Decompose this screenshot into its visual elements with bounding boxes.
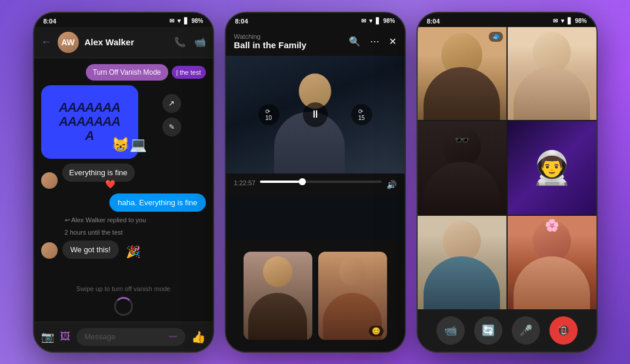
video-toggle-button[interactable]: 📹 — [436, 316, 465, 345]
share-sticker-button[interactable]: ↗ — [162, 94, 181, 113]
mic-ctrl-icon: 🎤 — [519, 324, 532, 337]
vanish-off-button[interactable]: Turn Off Vanish Mode — [86, 64, 168, 81]
status-icons-1: ✉ ▼ ▋ 98% — [169, 18, 204, 24]
contact-name: Alex Walker — [85, 37, 168, 47]
flower-decoration: 🌸 — [545, 218, 559, 232]
participant-face-3: 🕶️ — [418, 121, 506, 215]
grid-cell-3: 🕶️ — [418, 121, 506, 215]
end-call-icon: 📵 — [557, 324, 570, 337]
received-message-2: We got this! 🎉 — [41, 241, 206, 259]
hat-badge: 🧢 — [489, 32, 503, 42]
participant-face-6: 🌸 — [508, 216, 596, 309]
like-button[interactable]: 👍 — [191, 330, 206, 344]
thumb-man — [244, 252, 312, 340]
camera-input-icon[interactable]: 📷 — [41, 330, 54, 343]
search-icon[interactable]: 🔍 — [349, 36, 361, 47]
body-1 — [424, 67, 500, 120]
grid-cell-4: 👨‍🚀 — [508, 121, 596, 215]
time-hint: 2 hours until the test — [65, 229, 206, 236]
astronaut-avatar: 👨‍🚀 — [532, 149, 572, 187]
face-5 — [443, 221, 481, 262]
message-placeholder: Message — [85, 332, 116, 341]
vanish-mode-message: Turn Off Vanish Mode | the test — [41, 64, 206, 81]
flip-camera-button[interactable]: 🔄 — [474, 316, 502, 345]
call-controls: 📹 🔄 🎤 📵 — [418, 309, 596, 352]
received-message-1: Everything is fine ❤️ — [41, 163, 206, 189]
grid-cell-6: 🌸 — [508, 216, 596, 309]
glasses-decoration: 🕶️ — [455, 133, 469, 147]
video-frame: ⟳10 ⏸ ⟳15 — [226, 56, 405, 173]
body-6 — [514, 256, 590, 309]
video-player: ⟳10 ⏸ ⟳15 — [226, 56, 405, 173]
more-options-icon[interactable]: ⋯ — [370, 36, 379, 47]
call-icon[interactable]: 📞 — [174, 36, 186, 48]
play-controls: ⟳10 ⏸ ⟳15 — [258, 102, 372, 127]
test-tag: | the test — [172, 66, 206, 79]
grid-cell-2 — [508, 27, 596, 121]
end-call-button[interactable]: 📵 — [549, 316, 578, 345]
wifi-icon-3: ▼ — [560, 18, 566, 24]
flip-icon: 🔄 — [482, 324, 495, 337]
thumb-woman: 😊 — [318, 252, 387, 340]
video-background: ⟳10 ⏸ ⟳15 — [226, 56, 405, 173]
phones-container: 8:04 ✉ ▼ ▋ 98% ← AW Alex Walker 📞 📹 — [21, 0, 609, 364]
mute-button[interactable]: 🎤 — [512, 316, 540, 345]
show-title: Ball in the Family — [234, 40, 349, 50]
messenger-icon-2: ✉ — [361, 18, 366, 24]
signal-icon-3: ▋ — [568, 18, 572, 24]
message-input[interactable]: Message 〰 — [76, 328, 185, 346]
emoji-reaction: 🎉 — [126, 245, 141, 259]
gallery-input-icon[interactable]: 🖼 — [60, 330, 71, 343]
progress-fill — [260, 181, 302, 183]
chat-area: Turn Off Vanish Mode | the test AAAAAAAA… — [34, 58, 213, 279]
battery-3: 98% — [575, 18, 586, 24]
status-bar-2: 8:04 ✉ ▼ ▋ 98% — [226, 13, 405, 27]
time-display: 1:22:57 — [234, 179, 256, 186]
forward-button[interactable]: ⟳15 — [351, 104, 372, 125]
watch-header: Watching Ball in the Family 🔍 ⋯ ✕ — [226, 27, 405, 56]
phone-video-call: 8:04 ✉ ▼ ▋ 98% 🧢 — [416, 12, 598, 353]
back-button[interactable]: ← — [41, 36, 52, 48]
progress-thumb[interactable] — [299, 178, 306, 185]
close-watch-icon[interactable]: ✕ — [389, 36, 396, 47]
phone-watch: 8:04 ✉ ▼ ▋ 98% Watching Ball in the Fami… — [225, 12, 406, 353]
sender-avatar-2 — [41, 242, 58, 259]
rewind-button[interactable]: ⟳10 — [258, 104, 279, 125]
pause-button[interactable]: ⏸ — [303, 102, 328, 127]
grid-cell-5 — [418, 216, 506, 309]
astronaut-bg: 👨‍🚀 — [508, 121, 596, 215]
thumb-body-1 — [248, 293, 307, 340]
dark-spacer — [226, 196, 405, 240]
reply-indicator: ↩ Alex Walker replied to you — [65, 216, 206, 224]
status-icons-3: ✉ ▼ ▋ 98% — [553, 18, 587, 24]
received-bubble-2: We got this! — [62, 241, 119, 259]
thumb-face-1 — [263, 256, 292, 287]
progress-row: 1:22:57 🔊 — [234, 179, 396, 190]
progress-bar-area: 1:22:57 🔊 — [226, 173, 405, 196]
time-3: 8:04 — [427, 18, 440, 25]
messenger-header: ← AW Alex Walker 📞 📹 — [34, 27, 213, 58]
thumb-face-2 — [339, 256, 366, 286]
contact-avatar: AW — [58, 32, 79, 53]
avatar-initials: AW — [58, 32, 79, 53]
messenger-icon: ✉ — [169, 18, 174, 24]
volume-icon[interactable]: 🔊 — [386, 180, 396, 189]
participant-thumb-1[interactable] — [244, 252, 312, 340]
video-call-icon[interactable]: 📹 — [194, 36, 206, 48]
vanish-spinner — [114, 297, 133, 316]
watch-header-icons: 🔍 ⋯ ✕ — [349, 36, 396, 47]
participant-face-5 — [418, 216, 506, 309]
progress-track[interactable] — [260, 181, 381, 183]
sticker-bubble: AAAAAAAAAAAAAAA 😸💻 — [41, 85, 138, 159]
time-1: 8:04 — [44, 18, 56, 25]
sticker-emoji: 😸💻 — [112, 136, 138, 153]
mic-wave-icon: 〰 — [169, 332, 177, 342]
sticker-text: AAAAAAAAAAAAAAA — [59, 101, 120, 143]
sent-message-1: haha. Everything is fine — [41, 193, 206, 212]
edit-sticker-button[interactable]: ✎ — [162, 118, 181, 136]
body-3 — [424, 162, 500, 215]
participant-thumb-2[interactable]: 😊 — [318, 252, 387, 340]
progress-track-wrapper — [260, 181, 381, 189]
phone-messenger: 8:04 ✉ ▼ ▋ 98% ← AW Alex Walker 📞 📹 — [33, 12, 214, 353]
battery-1: 98% — [191, 18, 203, 24]
